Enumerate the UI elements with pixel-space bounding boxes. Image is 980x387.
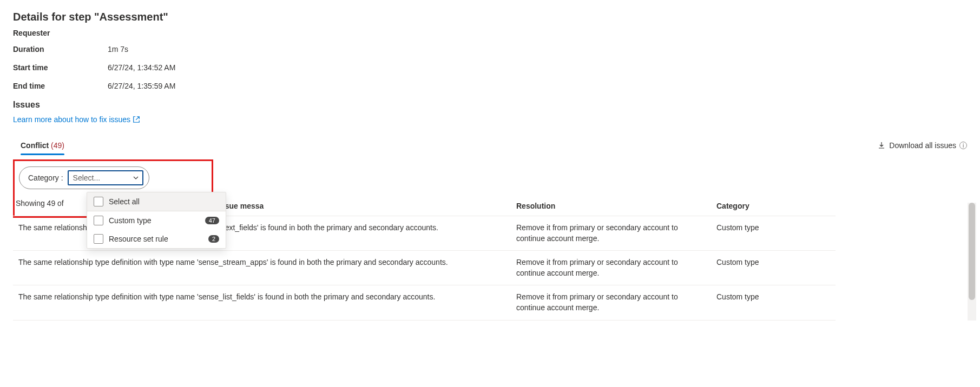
download-icon (877, 141, 886, 150)
duration-label: Duration (13, 45, 108, 54)
scrollbar[interactable] (968, 203, 976, 321)
table-area: Category : Select... Select all Custom t… (13, 159, 967, 321)
tab-conflict-label: Conflict (21, 141, 49, 150)
end-time-row: End time 6/27/24, 1:35:59 AM (13, 82, 967, 90)
category-dropdown: Select all Custom type 47 Resource set r… (87, 192, 226, 249)
tab-row: Conflict (49) Download all issues i (13, 137, 967, 154)
start-time-row: Start time 6/27/24, 1:34:52 AM (13, 63, 967, 72)
cell-resolution: Remove it from primary or secondary acco… (516, 292, 716, 313)
col-header-category[interactable]: Category (716, 202, 814, 210)
dropdown-option-custom-type[interactable]: Custom type 47 (87, 211, 226, 230)
badge-resource-set-rule: 2 (208, 235, 219, 243)
cell-category: Custom type (716, 257, 814, 268)
category-filter: Category : Select... Select all Custom t… (19, 166, 149, 189)
tabs: Conflict (49) (13, 137, 72, 154)
tab-conflict-count: (49) (51, 141, 64, 150)
start-time-value: 6/27/24, 1:34:52 AM (108, 63, 175, 72)
duration-value: 1m 7s (108, 45, 128, 54)
page-title: Details for step "Assessment" (13, 11, 967, 23)
category-select-placeholder: Select... (73, 174, 101, 182)
cell-category: Custom type (716, 292, 814, 303)
download-all-issues-button[interactable]: Download all issues i (877, 141, 967, 150)
dropdown-label-custom-type: Custom type (109, 216, 152, 225)
tab-underline (21, 154, 64, 155)
checkbox-resource-set-rule[interactable] (94, 234, 103, 244)
table-row[interactable]: The same relationship type definition wi… (13, 285, 836, 320)
cell-category: Custom type (716, 223, 814, 233)
scrollbar-thumb[interactable] (969, 203, 975, 300)
dropdown-label-resource-set-rule: Resource set rule (109, 235, 168, 243)
dropdown-option-resource-set-rule[interactable]: Resource set rule 2 (87, 230, 226, 248)
cell-resolution: Remove it from primary or secondary acco… (516, 223, 716, 244)
chevron-down-icon (133, 175, 139, 181)
download-label: Download all issues (889, 141, 956, 150)
badge-custom-type: 47 (205, 217, 219, 224)
cell-message: The same relationship type definition wi… (18, 292, 516, 303)
col-header-resolution[interactable]: Resolution (516, 202, 716, 210)
info-icon[interactable]: i (959, 142, 967, 149)
learn-more-text: Learn more about how to fix issues (13, 115, 130, 124)
start-time-label: Start time (13, 63, 108, 72)
dropdown-option-select-all[interactable]: Select all (87, 192, 226, 211)
checkbox-select-all[interactable] (94, 197, 103, 206)
duration-row: Duration 1m 7s (13, 45, 967, 54)
tab-conflict[interactable]: Conflict (49) (13, 137, 72, 154)
cell-message: The same relationship type definition wi… (18, 257, 516, 268)
category-filter-label: Category : (28, 174, 63, 182)
checkbox-custom-type[interactable] (94, 216, 103, 225)
end-time-label: End time (13, 82, 108, 90)
requester-label: Requester (13, 29, 967, 37)
category-select[interactable]: Select... (68, 170, 143, 185)
issues-heading: Issues (13, 100, 967, 110)
learn-more-link[interactable]: Learn more about how to fix issues (13, 115, 140, 124)
cell-resolution: Remove it from primary or secondary acco… (516, 257, 716, 278)
table-row[interactable]: The same relationship type definition wi… (13, 251, 836, 285)
dropdown-label-select-all: Select all (109, 197, 140, 206)
end-time-value: 6/27/24, 1:35:59 AM (108, 82, 175, 90)
external-link-icon (133, 116, 140, 123)
